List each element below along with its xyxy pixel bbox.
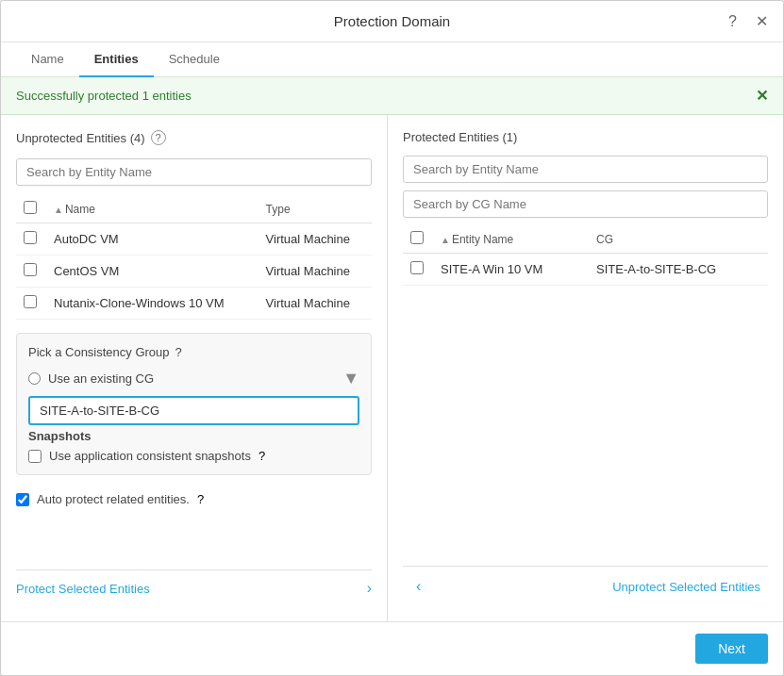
right-panel: Protected Entities (1) ▲Entity Name CG — [388, 115, 783, 621]
modal-footer: Next — [1, 621, 783, 675]
tab-name[interactable]: Name — [16, 42, 79, 77]
unprotected-select-all-checkbox[interactable] — [24, 201, 37, 214]
dropdown-arrow-icon: ▼ — [342, 369, 359, 388]
auto-protect-row: Auto protect related entities. ? — [16, 485, 372, 514]
auto-protect-label: Auto protect related entities. — [37, 492, 190, 506]
use-existing-cg-radio[interactable] — [28, 372, 41, 385]
consistency-group-section: Pick a Consistency Group ? Use an existi… — [16, 333, 372, 475]
snapshots-section: Snapshots Use application consistent sna… — [28, 429, 359, 463]
cg-help-icon[interactable]: ? — [175, 345, 182, 359]
cg-label: Pick a Consistency Group ? — [28, 345, 359, 359]
unprotected-help-icon[interactable]: ? — [151, 130, 166, 145]
cg-name-input[interactable] — [28, 396, 359, 425]
app-consistent-label: Use application consistent snapshots — [49, 449, 251, 463]
cg-input-row — [28, 396, 359, 425]
next-button[interactable]: Next — [695, 634, 768, 664]
table-row: CentOS VM Virtual Machine — [16, 256, 372, 288]
unprotect-selected-entities-button[interactable]: Unprotect Selected Entities — [612, 580, 760, 594]
modal-container: Protection Domain ? ✕ Name Entities Sche… — [0, 0, 784, 676]
protected-entity-name-cell: SITE-A Win 10 VM — [433, 254, 589, 286]
table-row: Nutanix-Clone-Windows 10 VM Virtual Mach… — [16, 288, 372, 320]
row-checkbox[interactable] — [24, 263, 37, 276]
col-entity-name-header: ▲Entity Name — [433, 225, 589, 254]
success-banner: Successfully protected 1 entities ✕ — [1, 77, 783, 115]
protect-btn-arrow-icon: › — [367, 580, 372, 597]
close-button[interactable]: ✕ — [752, 10, 772, 32]
snapshots-label: Snapshots — [28, 429, 359, 443]
row-checkbox[interactable] — [24, 231, 37, 244]
protected-table-container: ▲Entity Name CG SITE-A Win 10 VM SITE-A-… — [403, 225, 768, 606]
protect-selected-entities-button[interactable]: Protect Selected Entities › — [16, 569, 372, 606]
unprotected-label: Unprotected Entities (4) ? — [16, 130, 372, 145]
help-button[interactable]: ? — [725, 11, 741, 32]
col-cg-header: CG — [589, 225, 768, 254]
banner-close-button[interactable]: ✕ — [756, 87, 768, 105]
row-checkbox[interactable] — [24, 295, 37, 308]
auto-protect-checkbox[interactable] — [16, 493, 29, 506]
protected-table-wrap: ▲Entity Name CG SITE-A Win 10 VM SITE-A-… — [403, 225, 768, 566]
protected-cg-cell: SITE-A-to-SITE-B-CG — [589, 254, 768, 286]
protected-search-name-input[interactable] — [403, 156, 768, 183]
unprotected-table: ▲Name Type AutoDC VM Virtual Machine Cen… — [16, 195, 372, 320]
protected-search-cg-input[interactable] — [403, 190, 768, 218]
entity-name-cell: Nutanix-Clone-Windows 10 VM — [46, 288, 259, 320]
entity-name-cell: CentOS VM — [46, 256, 259, 288]
app-consistent-checkbox[interactable] — [28, 450, 42, 463]
protect-btn-label: Protect Selected Entities — [16, 582, 150, 596]
entity-type-cell: Virtual Machine — [259, 288, 372, 320]
modal-title: Protection Domain — [334, 13, 450, 29]
use-existing-cg-label: Use an existing CG — [48, 371, 154, 386]
success-message: Successfully protected 1 entities — [16, 89, 192, 103]
use-existing-cg-row: Use an existing CG ▼ — [28, 369, 359, 388]
tab-schedule[interactable]: Schedule — [154, 42, 235, 77]
table-row: SITE-A Win 10 VM SITE-A-to-SITE-B-CG — [403, 254, 768, 286]
protected-select-all-checkbox[interactable] — [410, 231, 424, 244]
protected-label: Protected Entities (1) — [403, 130, 768, 144]
unprotected-search-input[interactable] — [16, 158, 372, 186]
auto-protect-help-icon[interactable]: ? — [197, 492, 204, 506]
back-arrow-button[interactable]: ‹ — [410, 576, 426, 597]
col-type-header: Type — [259, 195, 372, 223]
tabs-bar: Name Entities Schedule — [1, 42, 783, 77]
entity-type-cell: Virtual Machine — [259, 223, 372, 256]
tab-entities[interactable]: Entities — [79, 42, 154, 77]
unprotect-selected-row: ‹ Unprotect Selected Entities — [403, 566, 768, 606]
protected-row-checkbox[interactable] — [410, 261, 424, 274]
protected-table: ▲Entity Name CG SITE-A Win 10 VM SITE-A-… — [403, 225, 768, 286]
modal-header: Protection Domain ? ✕ — [1, 1, 783, 42]
snapshots-help-icon[interactable]: ? — [259, 449, 265, 463]
col-name-header: ▲Name — [46, 195, 259, 223]
entity-type-cell: Virtual Machine — [259, 256, 372, 288]
main-content: Unprotected Entities (4) ? ▲Name Type Au… — [1, 115, 783, 621]
table-row: AutoDC VM Virtual Machine — [16, 223, 372, 256]
modal-actions: ? ✕ — [725, 10, 772, 32]
left-panel: Unprotected Entities (4) ? ▲Name Type Au… — [1, 115, 388, 621]
entity-name-cell: AutoDC VM — [46, 223, 259, 256]
app-consistent-row: Use application consistent snapshots ? — [28, 449, 359, 463]
